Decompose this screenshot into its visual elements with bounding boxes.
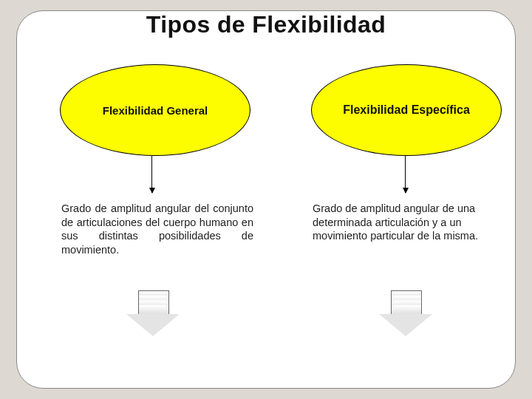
ellipse-specific: Flexibilidad Específica [311,64,502,156]
description-specific: Grado de amplitud angular de una determi… [313,202,505,243]
page-title: Tipos de Flexibilidad [17,11,515,38]
ellipse-specific-label: Flexibilidad Específica [343,103,470,117]
arrow-down-icon [405,156,406,193]
ellipse-general: Flexibilidad General [60,64,250,156]
ellipse-general-label: Flexibilidad General [103,104,208,117]
block-down-arrow-icon [126,290,180,339]
block-down-arrow-icon [379,290,432,339]
arrow-down-icon [151,156,152,193]
description-general: Grado de amplitud angular del conjunto d… [61,202,253,256]
rounded-content-panel: Tipos de Flexibilidad Flexibilidad Gener… [16,10,516,389]
